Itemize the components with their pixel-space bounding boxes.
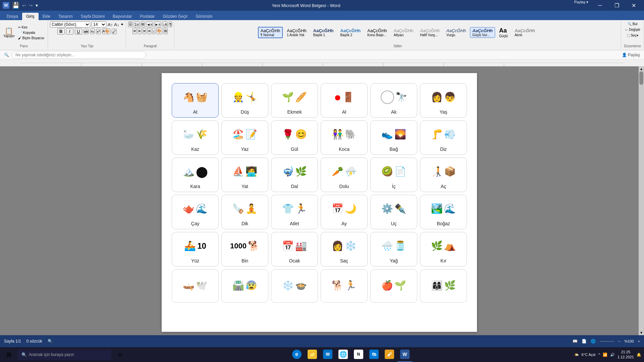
style-normal[interactable]: AaÇcĞHh ¶ Normal <box>258 27 283 38</box>
card-yas-label: Yaş <box>439 109 447 115</box>
border-btn[interactable]: ⊞ <box>163 28 168 34</box>
font-color-button[interactable]: A🎨 <box>102 28 110 34</box>
close-button[interactable]: ✕ <box>626 0 641 11</box>
font-family-select[interactable]: Calibri (Gövc) <box>50 21 90 27</box>
tab-dosya[interactable]: Dosya <box>3 13 22 20</box>
list-number-button[interactable]: 1≡ <box>134 21 140 27</box>
scroll-thumb[interactable] <box>639 71 643 85</box>
taskbar-paint[interactable]: 🖌 <box>382 347 397 362</box>
sort-btn[interactable]: ↕A <box>162 21 168 27</box>
clock-date[interactable]: 21:25 1.12.2021 <box>618 350 634 360</box>
taskbar-store[interactable]: 🛍 <box>367 347 381 362</box>
share-btn[interactable]: Paylaş ▾ <box>574 0 588 11</box>
task-view-button[interactable]: ⊟ <box>113 347 127 362</box>
search-input[interactable] <box>12 51 146 59</box>
notification-btn[interactable]: 🔔 <box>637 353 641 357</box>
paste-button[interactable]: 📋 Yapıştır <box>2 27 16 39</box>
tab-basvurular[interactable]: Başvurular <box>109 13 136 20</box>
vertical-scrollbar[interactable]: ▲ ▼ <box>639 66 644 335</box>
style-guclu-vur[interactable]: AaÇcĞHh Güçlü Vur... <box>470 27 495 38</box>
select-button[interactable]: ⬚ Seç▾ <box>626 33 640 38</box>
view-layout-btn[interactable]: 📄 <box>582 339 587 344</box>
highlight-button[interactable]: 🖊 <box>112 29 117 34</box>
find-button[interactable]: 🔍 Bul <box>626 21 639 26</box>
tab-ekle[interactable]: Ekle <box>39 13 54 20</box>
system-tray-chevron[interactable]: ^ <box>598 353 600 357</box>
card-dolu-icon2: ⛈️ <box>345 166 357 177</box>
customize-icon[interactable]: ▾ <box>36 3 38 8</box>
bold-button[interactable]: B <box>57 28 65 35</box>
style-baslik1[interactable]: AaÇcĞHh Başlık 1 <box>311 27 336 38</box>
undo-icon[interactable]: ↩ <box>22 3 26 8</box>
redo-icon[interactable]: ↪ <box>29 3 33 8</box>
tab-postalar[interactable]: Postalar <box>136 13 159 20</box>
style-alinti[interactable]: AaÇcĞHh Alıntı <box>512 27 538 38</box>
card-cay: 🫖 🌊 Çay <box>172 195 219 229</box>
justify-btn[interactable]: ≡ <box>147 28 151 34</box>
taskbar-mail[interactable]: ✉ <box>320 347 335 362</box>
account-label: 👤 Paylaş <box>622 53 640 57</box>
tab-gorunum[interactable]: Görünüm <box>192 13 217 20</box>
style-vurgu[interactable]: AaÇcĞHh Vurgu <box>444 27 469 38</box>
strikethrough-button[interactable]: ab <box>84 29 89 34</box>
taskbar-word[interactable]: W <box>397 347 412 362</box>
taskbar-chrome[interactable]: 🌐 <box>336 347 351 362</box>
document-scroll[interactable]: 🐴 🧺 At 👷 🤸 Düş 🌱 🥖 <box>0 66 639 335</box>
list-multi-button[interactable]: ⊞ <box>141 21 145 27</box>
style-altyazi[interactable]: AaÇcĞHh Altyazı <box>391 27 416 38</box>
card-koca-label: Koca <box>339 146 350 152</box>
align-center-btn[interactable]: ≡ <box>138 28 142 34</box>
font-shrink-btn[interactable]: A↓ <box>114 22 119 27</box>
copy-button[interactable]: 📄 Kopyala <box>17 30 46 35</box>
save-icon[interactable]: 💾 <box>12 2 19 9</box>
style-aralik-yok[interactable]: AaÇcĞHh 1 Aralık Yok <box>284 27 309 38</box>
minimize-button[interactable]: ─ <box>592 0 608 11</box>
taskbar-edge[interactable]: e <box>289 347 304 362</box>
style-konu[interactable]: AaÇcĞHh Konu Başlı... <box>365 27 390 38</box>
card-dus-icon1: 👷 <box>232 92 244 103</box>
underline-button[interactable]: U <box>75 28 82 35</box>
indent-decrease-btn[interactable]: ◄≡ <box>146 21 153 27</box>
view-read-btn[interactable]: 📖 <box>573 339 578 344</box>
style-guclu[interactable]: Aa Güçlü <box>496 26 511 39</box>
status-bar: Sayfa 1/1 0 sözcük 🔍 📖 📄 🌐 ───── − %100 … <box>0 335 644 347</box>
cut-button[interactable]: ✂ Kes <box>17 25 46 30</box>
scroll-down-button[interactable]: ▼ <box>640 331 643 335</box>
card-ocak: 📅 🏭 Ocak <box>271 232 318 266</box>
italic-button[interactable]: I <box>66 28 73 35</box>
paste-icon: 📋 <box>5 27 13 34</box>
align-right-btn[interactable]: ≡ <box>143 28 147 34</box>
tab-giris[interactable]: Giriş <box>22 13 39 20</box>
tab-sayfa-duzeni[interactable]: Sayfa Düzeni <box>77 13 109 20</box>
card-atlet-label: Atlet <box>290 221 299 226</box>
format-painter-button[interactable]: 🖌 Biçim Boyacısı <box>17 36 46 41</box>
tab-gozden-gecir[interactable]: Gözden Geçir <box>159 13 192 20</box>
card-ac-icon2: 📦 <box>444 166 456 177</box>
replace-button[interactable]: ↔ Değiştir <box>623 27 642 32</box>
taskbar-explorer[interactable]: 📁 <box>305 347 320 362</box>
subscript-button[interactable]: x₂ <box>90 28 95 34</box>
font-grow-btn[interactable]: A↑ <box>108 22 113 27</box>
maximize-button[interactable]: ❐ <box>609 0 625 11</box>
shading-btn[interactable]: 🎨 <box>156 28 162 34</box>
zoom-minus-btn[interactable]: − <box>618 339 620 343</box>
clear-format-btn[interactable]: ✦ <box>120 22 124 27</box>
taskbar-search-box[interactable]: 🔍 Aramak için buraya yazın <box>17 349 111 360</box>
zoom-plus-btn[interactable]: + <box>638 339 640 343</box>
indent-increase-btn[interactable]: ►≡ <box>154 21 161 27</box>
show-marks-btn[interactable]: ¶ <box>169 21 172 27</box>
style-baslik2[interactable]: AaÇcĞHh Başlık 2 <box>338 27 364 38</box>
start-button[interactable]: ⊞ <box>1 347 16 362</box>
scroll-up-button[interactable]: ▲ <box>640 67 643 71</box>
style-hafif[interactable]: AaÇcĞHh Hafif Vurg... <box>417 27 442 38</box>
list-bullet-button[interactable]: ☰ <box>128 21 133 27</box>
title-bar-left: W 💾 ↩ ↪ ▾ <box>3 2 38 9</box>
taskbar-notion[interactable]: N <box>351 347 366 362</box>
align-left-btn[interactable]: ≡ <box>132 28 137 34</box>
card-bag-label: Bağ <box>390 146 398 152</box>
superscript-button[interactable]: x² <box>96 29 100 34</box>
tab-tasarim[interactable]: Tasarım <box>54 13 77 20</box>
font-size-select[interactable]: 14 <box>92 21 106 27</box>
view-web-btn[interactable]: 🌐 <box>591 339 596 344</box>
line-spacing-btn[interactable]: ↕ <box>152 28 156 34</box>
